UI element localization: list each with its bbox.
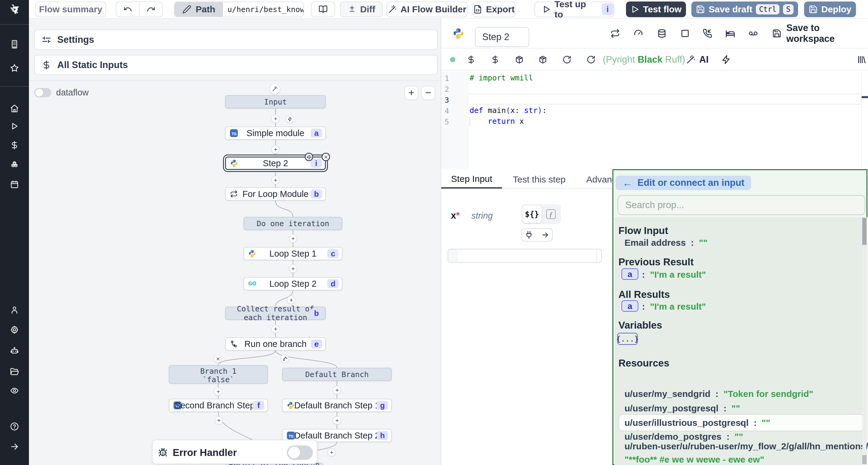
flow-node-loop2[interactable]: ⁠GOLoop Step 2d <box>244 277 342 290</box>
lightning-icon[interactable] <box>721 55 731 64</box>
reload2-icon[interactable] <box>587 55 595 64</box>
concurrency-square-icon[interactable] <box>680 29 690 38</box>
flow-node-loop1[interactable]: Loop Step 1c <box>244 247 342 260</box>
add-step-button[interactable] <box>289 264 297 273</box>
add-step-button[interactable] <box>215 416 223 425</box>
flow-node-simple[interactable]: TSSimple modulea <box>225 127 326 140</box>
zoom-in-button[interactable]: + <box>404 86 418 100</box>
error-handler-card[interactable]: Error Handler <box>152 440 317 464</box>
flow-node-collect[interactable]: Collect result of each iterationb <box>225 307 326 320</box>
flow-input-row[interactable]: Email address : "" <box>624 238 707 248</box>
resource-row[interactable]: u/user/demo_postgres : "" <box>624 432 743 442</box>
building-icon[interactable] <box>0 40 29 49</box>
retry-loop-icon[interactable] <box>610 29 620 38</box>
resource-row[interactable]: u/user/my_postgresql : "" <box>624 403 740 413</box>
reload-icon[interactable] <box>562 55 571 64</box>
docs-button[interactable] <box>311 1 335 17</box>
contract-dollar-icon[interactable] <box>467 55 475 64</box>
cache-database-icon[interactable] <box>657 29 667 38</box>
all-static-inputs-row[interactable]: All Static Inputs <box>34 55 438 75</box>
undo-button[interactable] <box>116 2 140 16</box>
tab-test-this-step[interactable]: Test this step <box>502 170 576 189</box>
deploy-button[interactable]: Deploy <box>804 1 856 17</box>
add-step-button[interactable] <box>287 296 296 304</box>
add-step-button[interactable] <box>214 387 222 396</box>
sleep-bed-icon[interactable] <box>725 29 735 38</box>
settings-row[interactable]: Settings <box>34 30 438 50</box>
trigger-button[interactable] <box>286 115 294 123</box>
path-widget[interactable]: Path u/henri/best_known <box>174 1 304 17</box>
flow-node-forloop[interactable]: For Loop Moduleb <box>225 187 326 201</box>
add-step-button[interactable] <box>289 234 297 243</box>
error-handler-toggle[interactable] <box>287 445 313 460</box>
home-icon[interactable] <box>0 104 29 113</box>
schedules-calendar-icon[interactable] <box>0 180 29 189</box>
tab-step-input[interactable]: Step Input <box>441 170 502 189</box>
search-prop-input[interactable] <box>618 195 865 215</box>
resource-row[interactable]: "**foo** #e we w wewe - ewe ew" <box>624 455 764 465</box>
folder-icon[interactable] <box>0 367 29 376</box>
connect-input-button[interactable] <box>521 228 553 241</box>
connect-scrollbar-track[interactable] <box>862 217 867 465</box>
user-icon[interactable] <box>0 305 29 314</box>
previous-result-row[interactable]: : "I'm a result" <box>642 270 706 280</box>
resource-row[interactable]: u/user/my_sendgrid : "Token for sendgrid… <box>624 389 813 399</box>
flow-node-dbs1[interactable]: Default Branch Step 1g <box>282 399 392 412</box>
help-icon[interactable] <box>0 422 29 431</box>
add-branch-button[interactable] <box>281 355 289 363</box>
variables-dollar-icon[interactable] <box>0 141 29 150</box>
star-icon[interactable] <box>0 64 29 73</box>
eye-icon[interactable] <box>0 386 29 395</box>
flow-node-defbranch[interactable]: Default Branch <box>282 368 392 381</box>
flow-node-input[interactable]: Input <box>225 95 326 108</box>
ai-step-button[interactable] <box>270 84 280 94</box>
package-icon[interactable] <box>515 55 524 64</box>
flow-node-branch1[interactable]: Branch 1 `false` <box>169 365 268 384</box>
add-step-button[interactable] <box>271 325 280 333</box>
windmill-logo[interactable] <box>0 2 29 16</box>
package2-icon[interactable] <box>538 55 547 64</box>
ai-flow-builder-button[interactable]: AI Flow Builder <box>386 1 468 17</box>
variables-badge[interactable]: {...} <box>617 333 638 345</box>
robot-icon[interactable] <box>0 346 29 355</box>
contract-dollar2-icon[interactable] <box>491 55 500 64</box>
gear-icon[interactable] <box>0 325 29 334</box>
runs-play-icon[interactable] <box>0 122 29 131</box>
resource-row[interactable]: u/user/illustrious_postgresql : "" <box>624 418 770 428</box>
gauge-icon[interactable] <box>633 29 643 38</box>
step-name-input[interactable] <box>475 27 529 47</box>
dataflow-toggle[interactable] <box>34 88 51 97</box>
library-icon[interactable] <box>857 55 866 64</box>
test-flow-button[interactable]: Test flow <box>626 1 686 17</box>
all-results-badge[interactable]: a <box>621 300 638 312</box>
function-mode-button[interactable]: ƒ <box>546 209 556 219</box>
save-draft-button[interactable]: Save draft Ctrl S <box>691 1 798 17</box>
save-to-workspace-button[interactable]: Save to workspace <box>772 23 868 44</box>
connect-scrollbar-thumb[interactable] <box>862 218 867 245</box>
flow-node-runbranch[interactable]: Run one branche <box>225 337 326 351</box>
add-step-button[interactable] <box>271 145 280 154</box>
resources-cubes-icon[interactable] <box>0 160 29 169</box>
ai-button[interactable]: AI <box>686 54 709 65</box>
zoom-out-button[interactable]: − <box>421 86 435 100</box>
collapse-arrow-icon[interactable] <box>0 442 29 451</box>
add-step-button[interactable] <box>327 448 336 457</box>
remove-branch-button[interactable] <box>214 355 222 363</box>
code-editor[interactable]: 12345 # import wmilldef main(x: str): re… <box>441 71 868 170</box>
add-step-button[interactable] <box>333 386 341 394</box>
flow-summary-input[interactable]: Flow summary <box>35 1 106 17</box>
test-up-to-button[interactable]: Test up to i <box>534 1 614 17</box>
resource-row[interactable]: u/ruben-user/u/ruben-user/my_flow_2/g/al… <box>624 441 868 452</box>
template-mode-button[interactable]: ${} <box>522 205 541 223</box>
flow-node-doone[interactable]: Do one iteration <box>244 217 342 230</box>
flow-node-sbs1[interactable]: TSSecond Branch Step 1f <box>169 399 268 412</box>
suspend-phone-icon[interactable] <box>703 29 712 38</box>
move-node-button[interactable] <box>305 153 313 161</box>
add-step-button[interactable] <box>271 176 280 184</box>
lifetime-voicemail-icon[interactable] <box>748 29 758 38</box>
delete-node-button[interactable] <box>321 153 330 161</box>
value-editor[interactable] <box>447 249 602 263</box>
redo-button[interactable] <box>140 2 162 16</box>
export-button[interactable]: Export <box>472 1 516 17</box>
all-results-row[interactable]: : "I'm a result" <box>642 301 706 312</box>
